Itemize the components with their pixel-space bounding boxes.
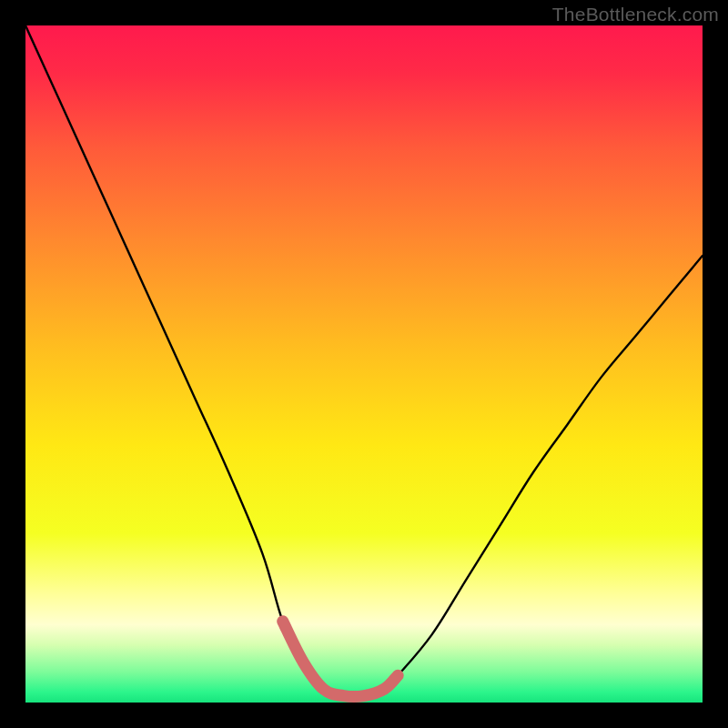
watermark-text: TheBottleneck.com — [552, 4, 719, 25]
chart-frame: TheBottleneck.com — [0, 0, 728, 728]
plot-area — [25, 25, 703, 703]
bottleneck-curve-svg — [25, 25, 703, 703]
bottleneck-curve — [25, 25, 703, 697]
valley-highlight — [283, 622, 398, 697]
